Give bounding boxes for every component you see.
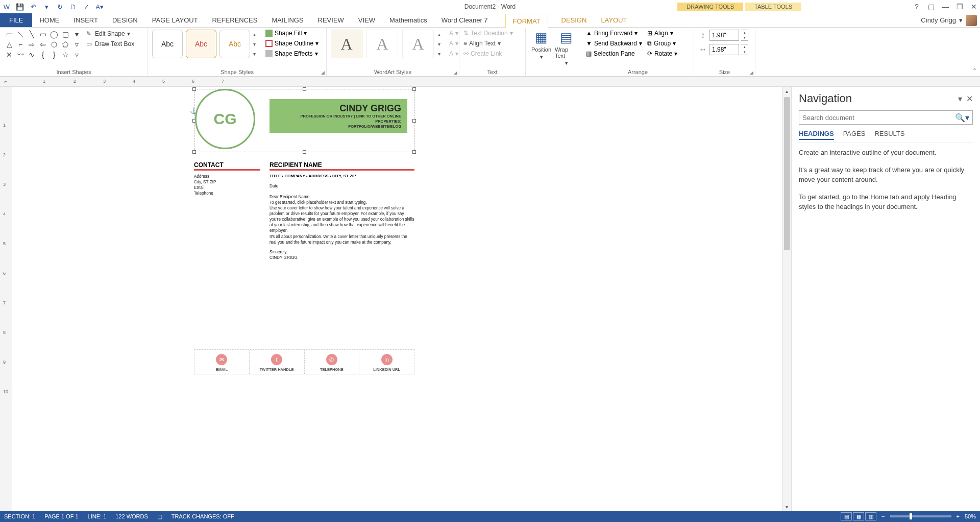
shape-curve-icon[interactable]: 〰	[15, 50, 26, 59]
footer-twitter[interactable]: t TWITTER HANDLE	[250, 350, 305, 374]
width-spinner[interactable]: ▴▾	[741, 44, 748, 55]
shape-rect-icon[interactable]: ▭	[38, 30, 48, 39]
shapes-gallery[interactable]: ▭ ＼ ╲ ▭ ◯ ▢ ▾ △ ⌐ ⇨ ⇦ ⬡ ⬠ ▿ ✕ 〰 ∿ { } ☆	[4, 30, 82, 59]
repeat-icon[interactable]: 🗋	[68, 2, 78, 11]
shape-wave-icon[interactable]: ∿	[27, 50, 37, 59]
shape-brace2-icon[interactable]: }	[49, 50, 59, 59]
tab-home[interactable]: HOME	[32, 13, 66, 27]
draw-text-box-button[interactable]: ▭Draw Text Box	[85, 40, 134, 48]
shape-roundrect-icon[interactable]: ▢	[60, 30, 70, 39]
handle-s[interactable]	[303, 150, 306, 154]
text-direction-button[interactable]: ⇅Text Direction ▾	[463, 30, 513, 37]
redo-icon[interactable]: ↻	[55, 2, 64, 11]
zoom-slider[interactable]	[890, 515, 951, 517]
zoom-level[interactable]: 50%	[965, 513, 976, 519]
save-icon[interactable]: 💾	[15, 2, 24, 11]
tab-view[interactable]: VIEW	[351, 13, 382, 27]
shape-line2-icon[interactable]: ╲	[27, 30, 37, 39]
handle-nw[interactable]	[192, 87, 196, 91]
horizontal-ruler[interactable]: 12 34 56 7	[12, 77, 980, 86]
handle-n[interactable]	[303, 87, 306, 91]
shape-star-icon[interactable]: ☆	[60, 50, 70, 59]
shape-fill-button[interactable]: Shape Fill ▾	[265, 30, 318, 37]
recipient-column[interactable]: RECIPIENT NAME TITLE • COMPANY • ADDRESS…	[270, 161, 414, 260]
shape-line-icon[interactable]: ＼	[15, 30, 26, 39]
tab-table-design[interactable]: DESIGN	[554, 13, 594, 27]
vertical-scrollbar[interactable]: ▴ ▾	[782, 87, 791, 511]
status-page[interactable]: PAGE 1 OF 1	[44, 513, 78, 519]
shape-arrow2-icon[interactable]: ⇦	[38, 40, 48, 49]
nav-close-icon[interactable]: ✕	[966, 94, 973, 104]
initials-circle[interactable]: CG	[195, 89, 255, 149]
wordart-item-2[interactable]: A	[366, 30, 398, 58]
tab-file[interactable]: FILE	[0, 13, 32, 27]
document-area[interactable]: ⚓ CG CINDY GRIGG PROFESSION OR INDUSTRY …	[12, 87, 782, 511]
handle-e[interactable]	[412, 119, 416, 123]
position-button[interactable]: ▦Position▾	[530, 30, 553, 60]
zoom-in-icon[interactable]: +	[957, 513, 960, 519]
name-banner[interactable]: CINDY GRIGG PROFESSION OR INDUSTRY | LIN…	[270, 99, 407, 133]
send-backward-button[interactable]: ▼Send Backward ▾	[586, 40, 642, 47]
selection-pane-button[interactable]: ▥Selection Pane	[586, 50, 642, 57]
ruler-corner[interactable]: ⌐	[0, 77, 12, 86]
nav-dropdown-icon[interactable]: ▾	[958, 94, 962, 104]
contact-column[interactable]: CONTACT Address City, ST ZIP Email Telep…	[194, 161, 260, 260]
undo-icon[interactable]: ↶	[29, 2, 38, 11]
view-print-icon[interactable]: ▦	[853, 512, 864, 520]
shape-style-gallery[interactable]: Abc Abc Abc ▴▾▾	[152, 30, 261, 58]
collapse-ribbon-icon[interactable]: ⌃	[972, 67, 977, 74]
handle-ne[interactable]	[412, 87, 416, 91]
tab-mathematics[interactable]: Mathematics	[382, 13, 434, 27]
shape-arrow-icon[interactable]: ⇨	[27, 40, 37, 49]
status-track-changes[interactable]: TRACK CHANGES: OFF	[172, 513, 234, 519]
tab-table-layout[interactable]: LAYOUT	[594, 13, 634, 27]
tab-format[interactable]: FORMAT	[505, 14, 548, 28]
style-gallery-more[interactable]: ▴▾▾	[253, 32, 261, 57]
spellcheck-icon[interactable]: ✓	[82, 2, 91, 11]
shape-effects-button[interactable]: Shape Effects ▾	[265, 50, 318, 57]
style-item-1[interactable]: Abc	[152, 30, 183, 58]
create-link-button[interactable]: ⚯Create Link	[463, 50, 513, 57]
maximize-icon[interactable]: ❐	[954, 2, 965, 12]
close-icon[interactable]: ✕	[969, 2, 979, 12]
status-words[interactable]: 122 WORDS	[115, 513, 148, 519]
zoom-out-icon[interactable]: −	[881, 513, 885, 519]
shape-oval-icon[interactable]: ◯	[49, 30, 59, 39]
bring-forward-button[interactable]: ▲Bring Forward ▾	[586, 30, 642, 37]
width-input[interactable]: 1.98"	[709, 44, 739, 55]
wordart-launcher-icon[interactable]: ◢	[454, 70, 457, 75]
vertical-ruler[interactable]: 12 34 56 78 910	[0, 87, 12, 511]
font-icon[interactable]: A▾	[95, 2, 104, 11]
zoom-thumb[interactable]	[910, 513, 912, 519]
handle-sw[interactable]	[192, 150, 196, 154]
wordart-gallery-more[interactable]: ▴▾▾	[438, 32, 446, 57]
view-read-icon[interactable]: ▤	[841, 512, 852, 520]
scroll-thumb[interactable]	[784, 97, 790, 250]
nav-search[interactable]: 🔍▾	[799, 110, 973, 125]
status-section[interactable]: SECTION: 1	[4, 513, 35, 519]
ribbon-options-icon[interactable]: ▢	[926, 2, 936, 12]
height-spinner[interactable]: ▴▾	[741, 30, 748, 41]
tab-design[interactable]: DESIGN	[105, 13, 145, 27]
undo-more-icon[interactable]: ▾	[42, 2, 51, 11]
nav-tab-results[interactable]: RESULTS	[874, 130, 904, 140]
shape-styles-launcher-icon[interactable]: ◢	[321, 70, 325, 75]
status-line[interactable]: LINE: 1	[88, 513, 107, 519]
wordart-gallery[interactable]: A A A ▴▾▾	[331, 30, 446, 58]
align-text-button[interactable]: ≡Align Text ▾	[463, 40, 513, 47]
height-field[interactable]: ↕ 1.98" ▴▾	[698, 30, 748, 41]
style-item-2[interactable]: Abc	[186, 30, 216, 58]
tab-review[interactable]: REVIEW	[311, 13, 351, 27]
proofing-icon[interactable]: ▢	[157, 513, 162, 520]
wordart-item-3[interactable]: A	[402, 30, 434, 58]
rotate-button[interactable]: ⟳Rotate ▾	[647, 50, 677, 57]
footer-row[interactable]: ✉ EMAIL t TWITTER HANDLE ✆ TELEPHONE in …	[194, 349, 414, 374]
align-button[interactable]: ⊞Align ▾	[647, 30, 677, 37]
shape-more-icon[interactable]: ▾	[71, 30, 82, 39]
footer-telephone[interactable]: ✆ TELEPHONE	[305, 350, 360, 374]
footer-email[interactable]: ✉ EMAIL	[194, 350, 250, 374]
minimize-icon[interactable]: —	[940, 2, 950, 12]
shape-more2-icon[interactable]: ▿	[71, 40, 82, 49]
shape-triangle-icon[interactable]: △	[4, 40, 14, 49]
wordart-item-1[interactable]: A	[331, 30, 362, 58]
